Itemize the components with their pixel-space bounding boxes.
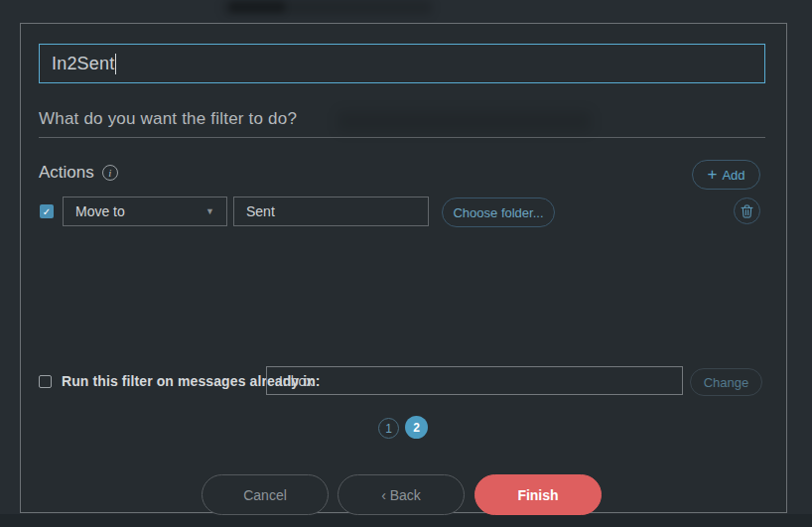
- text-cursor: [115, 54, 116, 74]
- action-type-value: Move to: [75, 203, 205, 219]
- trash-icon: [741, 204, 753, 218]
- run-filter-folder-value: Inbox: [279, 373, 313, 389]
- actions-section-title: Actions i: [39, 163, 118, 183]
- screen-backdrop: In2Sent What do you want the filter to d…: [0, 0, 812, 527]
- plus-icon: +: [707, 166, 717, 183]
- change-folder-button[interactable]: Change: [690, 368, 762, 396]
- back-button[interactable]: ‹ Back: [338, 474, 465, 515]
- pagination-dot-1[interactable]: 1: [378, 418, 399, 439]
- action-folder-value: Sent: [246, 203, 275, 219]
- action-type-select[interactable]: Move to ▼: [63, 197, 227, 226]
- filter-name-input[interactable]: In2Sent: [39, 44, 765, 83]
- info-icon[interactable]: i: [102, 165, 118, 181]
- backdrop-blur-blob: [229, 1, 285, 13]
- step-heading: What do you want the filter to do?: [39, 109, 297, 129]
- filter-name-value: In2Sent: [52, 54, 114, 74]
- action-folder-input[interactable]: Sent: [233, 197, 429, 226]
- check-icon: ✓: [43, 206, 51, 217]
- backdrop-bottom-band: [0, 514, 812, 527]
- choose-folder-button[interactable]: Choose folder...: [442, 198, 555, 227]
- dialog-blur-smudge: [338, 111, 591, 132]
- run-filter-folder-input[interactable]: Inbox: [266, 366, 683, 395]
- add-button-label: Add: [722, 168, 744, 183]
- heading-divider: [39, 137, 765, 138]
- actions-title-label: Actions: [39, 163, 94, 183]
- cancel-button[interactable]: Cancel: [202, 474, 329, 515]
- caret-down-icon: ▼: [205, 206, 214, 216]
- action-row-checkbox[interactable]: ✓: [40, 204, 54, 218]
- pagination-dot-2-active[interactable]: 2: [405, 416, 428, 439]
- add-action-button[interactable]: + Add: [692, 160, 760, 190]
- delete-action-button[interactable]: [734, 198, 760, 224]
- finish-button[interactable]: Finish: [474, 474, 602, 515]
- filter-wizard-dialog: In2Sent What do you want the filter to d…: [20, 23, 787, 513]
- run-filter-checkbox[interactable]: [39, 375, 52, 388]
